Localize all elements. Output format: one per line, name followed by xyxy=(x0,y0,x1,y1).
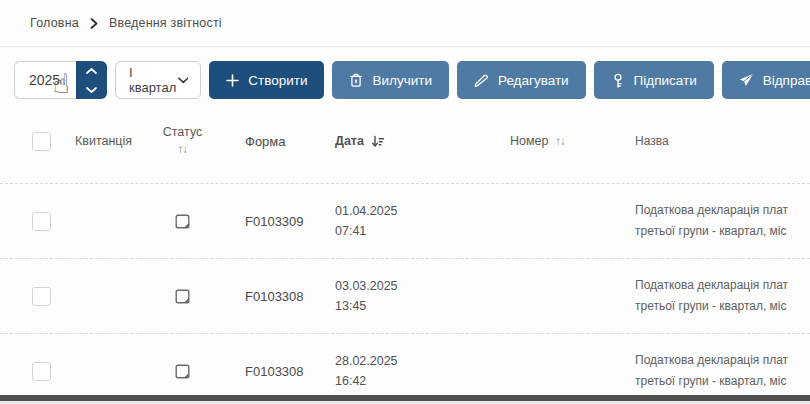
pencil-icon xyxy=(474,73,489,88)
chevron-up-icon xyxy=(86,68,97,74)
report-entry-screen: Головна Введення звітності 2025 І кварта… xyxy=(0,0,810,404)
form-code: F0103309 xyxy=(220,214,320,229)
date-value: 28.02.2025 xyxy=(335,351,480,371)
column-header-name: Назва xyxy=(620,131,810,152)
sign-button-label: Підписати xyxy=(634,73,697,88)
chevron-down-icon xyxy=(178,77,189,84)
form-code: F0103308 xyxy=(220,364,320,379)
status-document-icon xyxy=(174,213,191,230)
paper-plane-icon xyxy=(739,73,754,87)
key-icon xyxy=(611,73,625,88)
send-button[interactable]: Відправити xyxy=(722,61,810,99)
name-line-2: третьої групи - квартал, міс xyxy=(635,221,810,242)
year-spinner: 2025 xyxy=(14,61,107,99)
year-increment-button[interactable] xyxy=(76,61,107,80)
delete-button-label: Вилучити xyxy=(372,73,431,88)
sort-arrows-icon: ↑↓ xyxy=(178,141,188,158)
table-header-row: Квитанція Статус ↑↓ Форма Дата Номер ↑↓ … xyxy=(0,99,810,183)
status-document-icon xyxy=(174,288,191,305)
table-row[interactable]: F0103308 03.03.2025 13:45 Податкова декл… xyxy=(0,258,810,333)
row-checkbox[interactable] xyxy=(32,287,51,306)
select-all-checkbox[interactable] xyxy=(32,132,51,151)
quarter-value: І квартал xyxy=(129,65,178,95)
date-value: 03.03.2025 xyxy=(335,276,480,296)
date-cell: 03.03.2025 13:45 xyxy=(320,276,480,316)
breadcrumb-chevron-icon xyxy=(90,18,98,29)
name-cell: Податкова декларація плат третьої групи … xyxy=(620,275,810,317)
column-header-date[interactable]: Дата xyxy=(320,131,480,151)
send-button-label: Відправити xyxy=(763,73,810,88)
edit-button-label: Редагувати xyxy=(498,73,569,88)
date-cell: 28.02.2025 16:42 xyxy=(320,351,480,391)
column-header-receipt: Квитанція xyxy=(60,134,145,148)
toolbar: 2025 І квартал Створити xyxy=(0,61,810,99)
time-value: 13:45 xyxy=(335,296,480,316)
trash-icon xyxy=(349,73,363,88)
create-button-label: Створити xyxy=(248,73,307,88)
sort-descending-icon xyxy=(371,135,385,148)
time-value: 16:42 xyxy=(335,371,480,391)
column-header-form: Форма xyxy=(220,134,320,149)
date-value: 01.04.2025 xyxy=(335,201,480,221)
column-header-status[interactable]: Статус ↑↓ xyxy=(163,124,203,158)
status-cell xyxy=(145,288,220,305)
name-line-1: Податкова декларація плат xyxy=(635,200,810,221)
breadcrumb-item-current: Введення звітності xyxy=(109,16,222,30)
name-line-1: Податкова декларація плат xyxy=(635,350,810,371)
year-decrement-button[interactable] xyxy=(76,80,107,99)
chevron-down-icon xyxy=(86,87,97,93)
date-cell: 01.04.2025 07:41 xyxy=(320,201,480,241)
status-document-icon xyxy=(174,363,191,380)
name-cell: Податкова декларація плат третьої групи … xyxy=(620,350,810,392)
name-line-2: третьої групи - квартал, міс xyxy=(635,371,810,392)
table-row[interactable]: F0103308 28.02.2025 16:42 Податкова декл… xyxy=(0,333,810,404)
year-spinner-controls xyxy=(76,61,107,99)
name-line-2: третьої групи - квартал, міс xyxy=(635,296,810,317)
create-button[interactable]: Створити xyxy=(209,61,324,99)
sign-button[interactable]: Підписати xyxy=(594,61,714,99)
status-cell xyxy=(145,213,220,230)
edit-button[interactable]: Редагувати xyxy=(457,61,586,99)
year-value[interactable]: 2025 xyxy=(14,61,76,99)
table-row[interactable]: F0103309 01.04.2025 07:41 Податкова декл… xyxy=(0,183,810,258)
plus-icon xyxy=(226,74,239,87)
status-cell xyxy=(145,363,220,380)
breadcrumb: Головна Введення звітності xyxy=(0,0,810,47)
time-value: 07:41 xyxy=(335,221,480,241)
delete-button[interactable]: Вилучити xyxy=(332,61,448,99)
form-code: F0103308 xyxy=(220,289,320,304)
name-cell: Податкова декларація плат третьої групи … xyxy=(620,200,810,242)
column-header-number[interactable]: Номер ↑↓ xyxy=(480,134,620,148)
row-checkbox[interactable] xyxy=(32,362,51,381)
quarter-select[interactable]: І квартал xyxy=(115,61,201,99)
sort-arrows-icon: ↑↓ xyxy=(555,135,565,147)
name-line-1: Податкова декларація плат xyxy=(635,275,810,296)
breadcrumb-item-home[interactable]: Головна xyxy=(30,16,79,30)
row-checkbox[interactable] xyxy=(32,212,51,231)
